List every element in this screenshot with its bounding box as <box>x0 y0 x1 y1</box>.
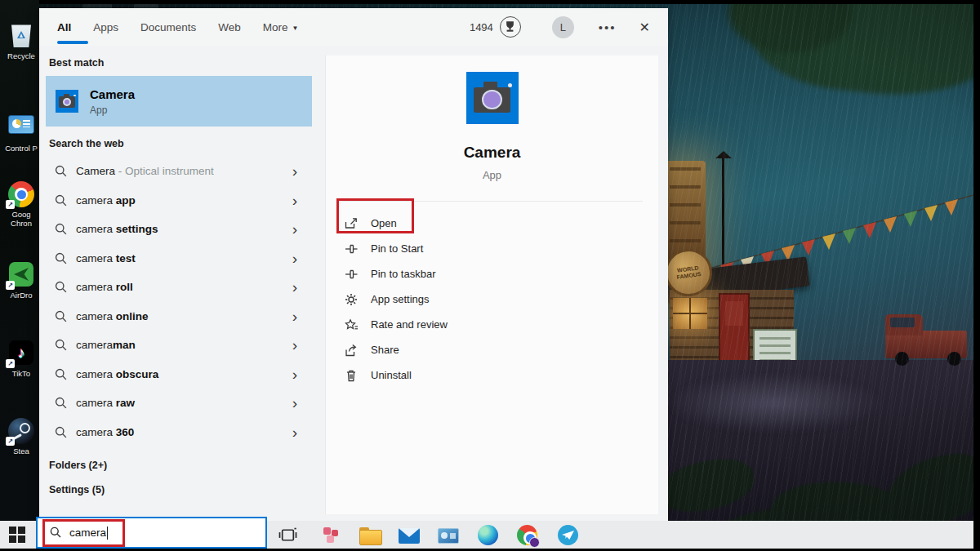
account-avatar[interactable]: L <box>552 16 574 38</box>
pin-icon <box>344 242 359 256</box>
overflow-menu-icon[interactable]: ••• <box>599 20 617 34</box>
rewards-points: 1494 <box>470 21 493 33</box>
gear-icon <box>344 292 359 307</box>
shortcut-arrow-icon: ↗ <box>6 359 15 368</box>
taskbar-app-icon[interactable] <box>322 527 340 544</box>
suggestion-camera-obscura[interactable]: camera obscura › <box>39 360 325 389</box>
edge-icon[interactable] <box>478 525 498 545</box>
profile-badge <box>529 537 540 548</box>
chevron-right-icon[interactable]: › <box>292 395 297 411</box>
chevron-right-icon[interactable]: › <box>292 424 297 440</box>
search-icon <box>54 367 68 381</box>
search-icon <box>54 251 68 265</box>
search-web-section-label: Search the web <box>49 138 325 149</box>
tab-documents[interactable]: Documents <box>140 21 196 33</box>
photos-app-icon[interactable] <box>438 528 459 544</box>
settings-section-header[interactable]: Settings (5) <box>49 484 325 495</box>
search-icon <box>54 309 68 323</box>
file-explorer-icon[interactable] <box>359 527 381 544</box>
folders-section-header[interactable]: Folders (2+) <box>49 460 325 471</box>
suggestion-camera-optical-instrument[interactable]: Camera - Optical instrument › <box>39 157 325 186</box>
star-icon <box>344 318 359 332</box>
annotation-open-highlight <box>336 198 414 233</box>
desktop-icon-google-chrome[interactable]: ↗ Goog Chron <box>4 181 38 228</box>
task-view-button[interactable] <box>278 525 298 545</box>
desktop-icon-airdroid[interactable]: ↗ AirDro <box>4 261 38 300</box>
mail-icon[interactable] <box>399 528 420 544</box>
desktop-icon-recycle-bin[interactable]: Recycle <box>4 23 38 60</box>
tab-more[interactable]: More▼ <box>263 21 299 33</box>
suggestion-camera-online[interactable]: camera online › <box>39 302 325 331</box>
tab-web[interactable]: Web <box>218 21 241 33</box>
suggestion-camera-roll[interactable]: camera roll › <box>39 273 325 302</box>
suggestion-camera-settings[interactable]: camera settings › <box>39 215 325 244</box>
chevron-right-icon[interactable]: › <box>292 309 297 324</box>
chevron-right-icon[interactable]: › <box>292 221 297 237</box>
action-rate-and-review[interactable]: Rate and review <box>344 312 658 337</box>
suggestion-camera-app[interactable]: camera app › <box>39 186 325 216</box>
share-icon <box>344 343 359 358</box>
telegram-icon[interactable] <box>558 525 578 545</box>
recycle-bin-icon <box>11 23 32 47</box>
control-panel-icon <box>8 115 34 134</box>
desktop-icon-tiktok[interactable]: ♪ ↗ TikTo <box>4 340 38 378</box>
tab-all[interactable]: All <box>57 21 71 33</box>
chevron-right-icon[interactable]: › <box>292 367 297 382</box>
detail-app-title: Camera <box>464 144 521 162</box>
shortcut-arrow-icon: ↗ <box>6 437 15 446</box>
search-icon <box>54 222 68 236</box>
search-results-list: Best match Camera App Search the web Cam… <box>39 46 325 521</box>
search-filter-bar: All Apps Documents Web More▼ 1494 L ••• … <box>39 8 668 46</box>
chrome-taskbar-icon[interactable] <box>517 525 537 545</box>
rewards-trophy-icon[interactable] <box>500 16 521 38</box>
desktop-icon-steam[interactable]: ↗ Stea <box>4 418 38 455</box>
search-icon <box>54 164 68 178</box>
annotation-search-highlight <box>42 519 125 547</box>
active-tab-underline <box>57 41 88 44</box>
start-button[interactable] <box>9 527 25 543</box>
search-icon <box>54 193 68 207</box>
suggestion-camera-360[interactable]: camera 360 › <box>39 418 325 447</box>
chevron-right-icon[interactable]: › <box>292 163 297 179</box>
camera-app-icon-large <box>466 72 519 124</box>
camera-app-icon <box>56 90 78 113</box>
chevron-down-icon: ▼ <box>292 24 299 32</box>
action-pin-to-start[interactable]: Pin to Start <box>344 236 658 261</box>
windows-search-flyout: All Apps Documents Web More▼ 1494 L ••• … <box>39 8 668 521</box>
action-app-settings[interactable]: App settings <box>344 287 658 312</box>
search-icon <box>54 425 68 439</box>
action-pin-to-taskbar[interactable]: Pin to taskbar <box>344 261 658 287</box>
desktop-icon-control-panel[interactable]: Control P <box>4 113 38 153</box>
action-uninstall[interactable]: Uninstall <box>344 362 658 388</box>
close-icon[interactable]: ✕ <box>639 20 650 35</box>
search-icon <box>54 280 68 294</box>
shortcut-arrow-icon: ↗ <box>6 200 15 209</box>
suggestion-cameraman[interactable]: cameraman › <box>39 331 325 360</box>
suggestion-camera-raw[interactable]: camera raw › <box>39 389 325 418</box>
suggestion-camera-test[interactable]: camera test › <box>39 244 325 273</box>
action-share[interactable]: Share <box>344 337 658 362</box>
detail-app-type: App <box>483 169 501 181</box>
tab-apps[interactable]: Apps <box>93 21 118 33</box>
best-match-result-camera[interactable]: Camera App <box>46 76 312 127</box>
best-match-section-label: Best match <box>49 57 325 69</box>
pin-icon <box>344 267 359 282</box>
desktop-icon-column: Recycle Control P ↗ Goog Chron ↗ AirDro … <box>0 0 39 521</box>
chevron-right-icon[interactable]: › <box>292 251 297 266</box>
search-icon <box>54 338 68 352</box>
trash-icon <box>344 368 359 383</box>
chevron-right-icon[interactable]: › <box>292 193 297 208</box>
search-icon <box>54 396 68 410</box>
chevron-right-icon[interactable]: › <box>292 337 297 353</box>
shortcut-arrow-icon: ↗ <box>6 281 15 290</box>
chevron-right-icon[interactable]: › <box>292 279 297 295</box>
app-detail-panel: Camera App Open Pin to Start Pin to task… <box>325 56 658 514</box>
